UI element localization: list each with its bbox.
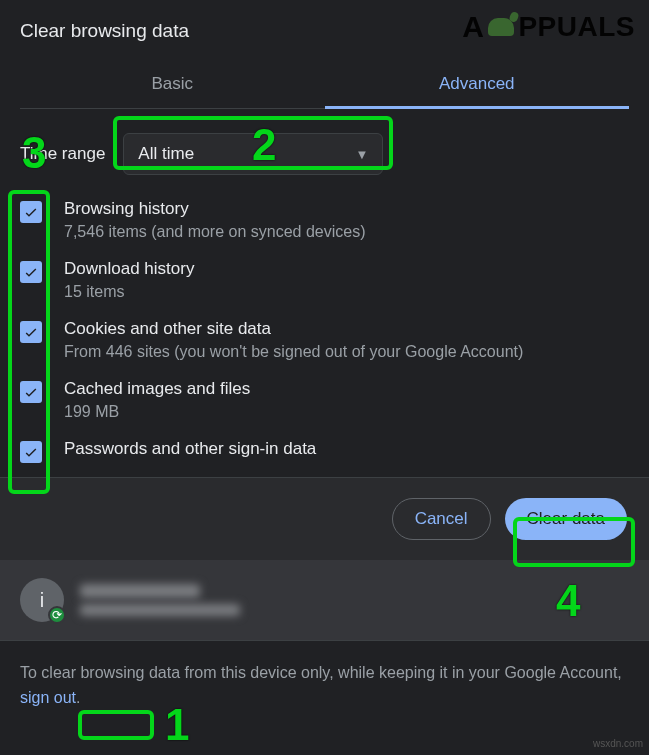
option-browsing-history: Browsing history 7,546 items (and more o… — [20, 199, 629, 241]
options-list: Browsing history 7,546 items (and more o… — [20, 199, 629, 463]
option-cached: Cached images and files 199 MB — [20, 379, 629, 421]
option-text: Download history 15 items — [64, 259, 194, 301]
option-title: Cookies and other site data — [64, 319, 523, 339]
watermark-letter: A — [462, 10, 484, 44]
footer-suffix: . — [76, 689, 80, 706]
option-subtitle: 7,546 items (and more on synced devices) — [64, 223, 365, 241]
sign-out-link[interactable]: sign out — [20, 689, 76, 706]
footer-text: To clear browsing data from this device … — [0, 640, 649, 731]
checkbox-cookies[interactable] — [20, 321, 42, 343]
option-subtitle: From 446 sites (you won't be signed out … — [64, 343, 523, 361]
clear-label: Clear data — [527, 509, 605, 528]
clear-data-button[interactable]: Clear data — [505, 498, 627, 540]
account-email-redacted — [80, 604, 240, 616]
check-icon — [23, 444, 39, 460]
account-name-redacted — [80, 584, 200, 598]
time-range-value: All time — [138, 144, 194, 164]
time-range-select[interactable]: All time ▼ — [123, 133, 383, 175]
option-text: Passwords and other sign-in data — [64, 439, 316, 463]
checkbox-passwords[interactable] — [20, 441, 42, 463]
option-title: Cached images and files — [64, 379, 250, 399]
watermark-cap-icon — [488, 18, 514, 36]
option-subtitle: 15 items — [64, 283, 194, 301]
checkbox-cached[interactable] — [20, 381, 42, 403]
option-download-history: Download history 15 items — [20, 259, 629, 301]
account-section: i ⟳ — [0, 560, 649, 640]
time-range-row: Time range All time ▼ — [20, 133, 629, 175]
footer-prefix: To clear browsing data from this device … — [20, 664, 622, 681]
tab-advanced[interactable]: Advanced — [325, 60, 630, 108]
dialog-buttons: Cancel Clear data — [0, 477, 649, 560]
check-icon — [23, 324, 39, 340]
cancel-label: Cancel — [415, 509, 468, 528]
option-title: Browsing history — [64, 199, 365, 219]
watermark-credit: wsxdn.com — [593, 738, 643, 749]
option-text: Browsing history 7,546 items (and more o… — [64, 199, 365, 241]
dialog-body: Time range All time ▼ Browsing history 7… — [0, 109, 649, 463]
check-icon — [23, 204, 39, 220]
checkbox-browsing-history[interactable] — [20, 201, 42, 223]
cancel-button[interactable]: Cancel — [392, 498, 491, 540]
option-text: Cookies and other site data From 446 sit… — [64, 319, 523, 361]
watermark-text: PPUALS — [518, 11, 635, 43]
tab-basic-label: Basic — [151, 74, 193, 93]
tab-advanced-label: Advanced — [439, 74, 515, 93]
option-title: Download history — [64, 259, 194, 279]
avatar-initial: i — [40, 589, 44, 612]
account-info — [80, 584, 240, 616]
chevron-down-icon: ▼ — [355, 147, 368, 162]
option-title: Passwords and other sign-in data — [64, 439, 316, 459]
time-range-label: Time range — [20, 144, 105, 164]
option-cookies: Cookies and other site data From 446 sit… — [20, 319, 629, 361]
checkbox-download-history[interactable] — [20, 261, 42, 283]
option-text: Cached images and files 199 MB — [64, 379, 250, 421]
option-passwords: Passwords and other sign-in data — [20, 439, 629, 463]
check-icon — [23, 264, 39, 280]
tab-basic[interactable]: Basic — [20, 60, 325, 108]
option-subtitle: 199 MB — [64, 403, 250, 421]
tab-strip: Basic Advanced — [20, 60, 629, 109]
avatar[interactable]: i ⟳ — [20, 578, 64, 622]
sync-badge-icon: ⟳ — [48, 606, 66, 624]
watermark-logo: A PPUALS — [462, 10, 635, 44]
check-icon — [23, 384, 39, 400]
